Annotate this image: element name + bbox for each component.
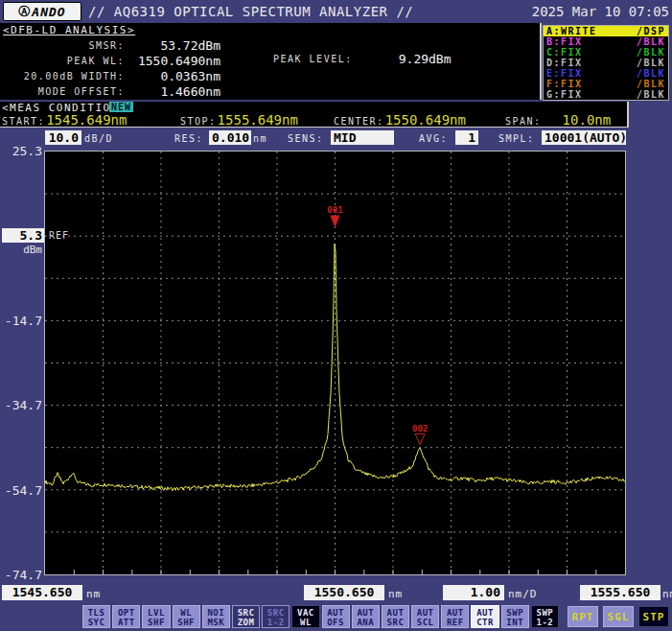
width-label: 20.00dB WIDTH: (0, 71, 125, 82)
datetime: 2025 Mar 10 07:05 (532, 4, 669, 19)
softkey-src-zom[interactable]: SRCZOM (232, 605, 260, 628)
peak-level-value: 9.29dBm (399, 52, 452, 66)
x-axis-center-box: 1550.650 (304, 585, 384, 600)
trace-row-g[interactable]: G:FIX/BLK (544, 89, 668, 100)
trace-row-f[interactable]: F:FIX/BLK (544, 79, 668, 89)
sens-label: SENS: (288, 133, 324, 144)
stop-sweep-button[interactable]: STP (638, 606, 669, 627)
smsr-value: 53.72dBm (125, 38, 220, 53)
osa-screen: Ⓐ ANDO // AQ6319 OPTICAL SPECTRUM ANALYZ… (0, 0, 672, 631)
avg-field[interactable]: 1 (455, 130, 478, 145)
svg-text:002: 002 (412, 424, 428, 433)
peak-level-label: PEAK LEVEL: (273, 54, 353, 64)
smsr-label: SMSR: (0, 40, 125, 51)
y-axis-label-3: -34.7 (0, 398, 42, 412)
y-axis-label-bottom: -74.7 (0, 568, 42, 582)
x-axis-center-unit: nm (388, 588, 403, 600)
width-value: 0.0363nm (125, 69, 220, 83)
x-axis-stop-box: 1555.650 (580, 585, 660, 600)
softkey-swp-1-2[interactable]: SWP1-2 (531, 605, 559, 628)
analysis-title: <DFB-LD ANALYSIS> (3, 24, 135, 36)
x-axis-per-div-box: 1.00 (443, 585, 504, 600)
peak-wl-value: 1550.6490nm (125, 54, 220, 68)
softkey-aut-scl[interactable]: AUTSCL (411, 605, 439, 628)
meas-center: CENTER: 1550.649nm (334, 112, 466, 128)
softkey-aut-ref[interactable]: AUTREF (441, 605, 469, 628)
softkey-opt-att[interactable]: OPTATT (112, 605, 140, 628)
y-axis-label-4: -54.7 (0, 483, 42, 498)
scale-per-div-unit: dB/D (84, 133, 113, 144)
softkey-aut-ofs[interactable]: AUTOFS (322, 605, 350, 628)
analysis-row-mode-offset: MODE OFFSET: 1.4660nm (0, 83, 220, 99)
analysis-peak-level: PEAK LEVEL: 9.29dBm (273, 51, 452, 66)
y-axis-label-2: -14.7 (0, 314, 42, 328)
trace-row-b[interactable]: B:FIX/BLK (544, 36, 668, 47)
meas-span: SPAN: 10.0nm (505, 112, 611, 128)
softkey-wl-shf[interactable]: WLSHF (173, 605, 200, 628)
y-axis-unit: dBm (0, 244, 42, 256)
softkey-aut-ana[interactable]: AUTANA (352, 605, 380, 628)
mode-offset-value: 1.4660nm (125, 84, 220, 99)
smpl-label: SMPL: (498, 133, 535, 144)
softkey-aut-ctr[interactable]: AUTCTR (471, 605, 498, 628)
ando-logo: Ⓐ ANDO (3, 2, 81, 21)
analysis-panel: <DFB-LD ANALYSIS> SMSR: 53.72dBm PEAK WL… (0, 23, 542, 100)
trace-row-a[interactable]: A:WRITE/DSP (544, 26, 668, 36)
analysis-row-width: 20.00dB WIDTH: 0.0363nm (0, 68, 220, 83)
res-field[interactable]: 0.010 (209, 130, 251, 145)
x-axis-start-unit: nm (86, 588, 101, 600)
spectrum-trace-svg: 001002 (45, 152, 625, 574)
ando-logo-text: ANDO (32, 5, 65, 19)
single-sweep-button[interactable]: SGL (603, 606, 634, 627)
softkey-swp-int[interactable]: SWPINT (501, 605, 529, 628)
res-unit: nm (253, 133, 267, 144)
ref-level-box: 5.3 (2, 228, 44, 243)
ref-label: REF (49, 230, 69, 241)
mode-offset-label: MODE OFFSET: (0, 86, 125, 97)
res-label: RES: (174, 133, 203, 144)
trace-table: A:WRITE/DSP B:FIX/BLK C:FIX/BLK D:FIX/BL… (543, 25, 669, 101)
page-title: // AQ6319 OPTICAL SPECTRUM ANALYZER // (88, 4, 413, 19)
softkey-vac-wl[interactable]: VACWL (291, 605, 319, 628)
peak-wl-label: PEAK WL: (0, 56, 125, 66)
meas-start: START: 1545.649nm (2, 112, 127, 128)
new-badge: NEW (109, 102, 133, 112)
sweep-key-row: RPT SGL STP (568, 606, 669, 627)
softkey-src-1-2[interactable]: SRC1-2 (262, 605, 290, 628)
softkey-lvl-shf[interactable]: LVLSHF (142, 605, 170, 628)
sens-field[interactable]: MID (331, 130, 394, 145)
avg-label: AVG: (419, 133, 448, 144)
meas-stop: STOP: 1555.649nm (180, 112, 298, 128)
y-axis-label-top: 25.3 (0, 144, 42, 158)
repeat-sweep-button[interactable]: RPT (568, 606, 598, 627)
spectrum-plot: 001002 REF (44, 151, 626, 575)
x-axis-start-box: 1545.650 (2, 585, 82, 600)
softkey-aut-src[interactable]: AUTSRC (382, 605, 409, 628)
analysis-row-smsr: SMSR: 53.72dBm (0, 37, 220, 53)
softkey-noi-msk[interactable]: NOIMSK (202, 605, 230, 628)
scale-per-div-field[interactable]: 10.0 (45, 130, 81, 145)
trace-row-d[interactable]: D:FIX/BLK (544, 58, 668, 68)
x-axis-per-div-unit: nm/D (508, 588, 538, 600)
softkey-row: TLSSYC OPTATT LVLSHF WLSHF NOIMSK SRCZOM… (82, 605, 559, 628)
svg-text:001: 001 (327, 205, 342, 215)
trace-row-c[interactable]: C:FIX/BLK (544, 47, 668, 58)
meas-condition-bar: <MEAS CONDITION> NEW START: 1545.649nm S… (0, 102, 629, 128)
trace-row-e[interactable]: E:FIX/BLK (544, 68, 668, 79)
analysis-row-peak-wl: PEAK WL: 1550.6490nm (0, 53, 220, 68)
softkey-tls-syc[interactable]: TLSSYC (82, 605, 110, 628)
x-axis-stop-unit: nm (662, 588, 672, 600)
smpl-field[interactable]: 10001(AUTO) (542, 130, 626, 145)
ando-logo-mark: Ⓐ (18, 4, 31, 20)
